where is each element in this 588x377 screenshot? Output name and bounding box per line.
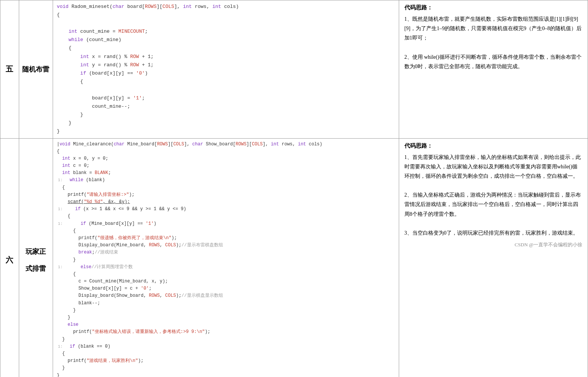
main-table: 五 随机布雷 void Radom_mineset(char board[ROW… — [0, 0, 588, 377]
code-block-5: void Radom_mineset(char board[ROWS][COLS… — [53, 0, 399, 139]
code-block-6: |void Mine_clearance(char Mine_board[ROW… — [53, 138, 399, 377]
note-block-6: 代码思路： 1、首先需要玩家输入排雷坐标，输入的坐标格式如果有误，则给出提示，此… — [399, 138, 588, 377]
row-number-5: 五 — [0, 0, 19, 139]
row-title-5: 随机布雷 — [19, 0, 53, 139]
row-5: 五 随机布雷 void Radom_mineset(char board[ROW… — [0, 0, 588, 139]
code-content-6: |void Mine_clearance(char Mine_board[ROW… — [57, 141, 395, 377]
note-body-5: 1、既然是随机布雷，就要产生随机数，实际布雷数组范围应该是[1][1]到[9][… — [404, 14, 582, 71]
csdn-footer: CSDN @一直学不会编程的小徐 — [404, 241, 582, 248]
code-content-5: void Radom_mineset(char board[ROWS][COLS… — [57, 3, 395, 136]
note-title-6: 代码思路： — [404, 142, 582, 150]
row-6: 六 玩家正式排雷 |void Mine_clearance(char Mine_… — [0, 138, 588, 377]
note-title-5: 代码思路： — [404, 4, 582, 11]
note-body-6: 1、首先需要玩家输入排雷坐标，输入的坐标格式如果有误，则给出提示，此时需要再次输… — [404, 153, 582, 238]
row-number-6: 六 — [0, 138, 19, 377]
row-title-6: 玩家正式排雷 — [19, 138, 53, 377]
note-block-5: 代码思路： 1、既然是随机布雷，就要产生随机数，实际布雷数组范围应该是[1][1… — [399, 0, 588, 139]
